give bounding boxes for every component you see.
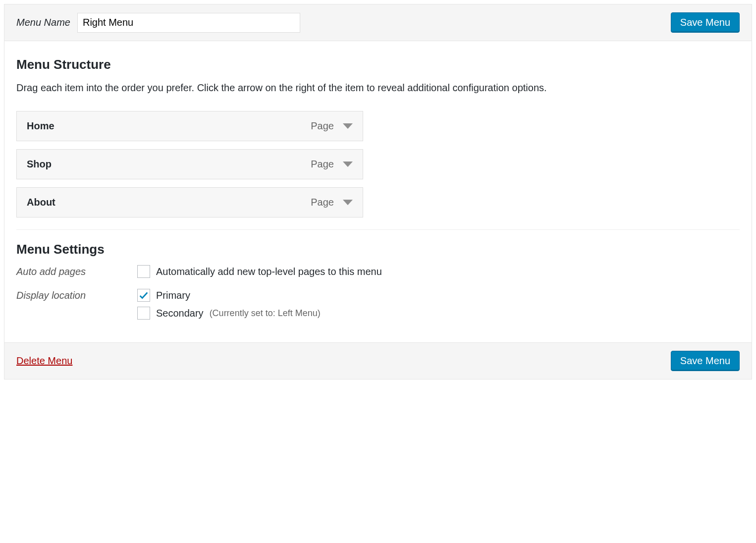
display-location-controls: PrimarySecondary (Currently set to: Left… [137,289,740,325]
display-location-name: Secondary [156,308,204,319]
display-location-label: Display location [16,289,137,301]
auto-add-pages-checkbox[interactable] [137,265,150,278]
display-location-note: (Currently set to: Left Menu) [210,308,321,319]
panel-body: Menu Structure Drag each item into the o… [4,41,752,342]
chevron-down-icon[interactable] [343,162,353,167]
menu-items-list: HomePageShopPageAboutPage [16,111,363,217]
auto-add-pages-controls: Automatically add new top-level pages to… [137,265,740,283]
menu-item-type: Page [311,197,334,208]
check-icon [138,290,149,301]
display-location-checkbox[interactable] [137,307,150,320]
display-location-checkbox[interactable] [137,289,150,302]
display-location-option[interactable]: Primary [137,289,740,302]
menu-item-title: About [27,197,55,208]
display-location-name: Primary [156,290,190,301]
display-location-option[interactable]: Secondary (Currently set to: Left Menu) [137,307,740,320]
auto-add-pages-text: Automatically add new top-level pages to… [156,266,382,277]
menu-item-meta: Page [311,120,353,132]
menu-item-meta: Page [311,197,353,208]
save-menu-button-top[interactable]: Save Menu [671,12,740,33]
auto-add-pages-option[interactable]: Automatically add new top-level pages to… [137,265,740,278]
delete-menu-link[interactable]: Delete Menu [16,355,72,367]
menu-item-type: Page [311,159,334,170]
menu-settings-heading: Menu Settings [16,242,740,257]
menu-item[interactable]: HomePage [16,111,363,141]
menu-name-group: Menu Name [16,13,300,33]
panel-footer: Delete Menu Save Menu [4,342,752,379]
menu-item-type: Page [311,120,334,132]
menu-item-meta: Page [311,159,353,170]
menu-structure-helper: Drag each item into the order you prefer… [16,80,740,95]
menu-item-title: Home [27,120,54,132]
auto-add-pages-row: Auto add pages Automatically add new top… [16,265,740,283]
menu-item-title: Shop [27,159,52,170]
section-divider [16,229,740,230]
menu-edit-panel: Menu Name Save Menu Menu Structure Drag … [4,4,752,380]
menu-name-input[interactable] [77,13,300,33]
menu-item[interactable]: AboutPage [16,187,363,217]
auto-add-pages-label: Auto add pages [16,265,137,277]
menu-name-label: Menu Name [16,17,70,28]
menu-structure-heading: Menu Structure [16,57,740,72]
chevron-down-icon[interactable] [343,200,353,205]
display-location-row: Display location PrimarySecondary (Curre… [16,289,740,325]
menu-item[interactable]: ShopPage [16,149,363,179]
panel-header: Menu Name Save Menu [4,4,752,41]
save-menu-button-bottom[interactable]: Save Menu [671,351,740,371]
chevron-down-icon[interactable] [343,123,353,129]
